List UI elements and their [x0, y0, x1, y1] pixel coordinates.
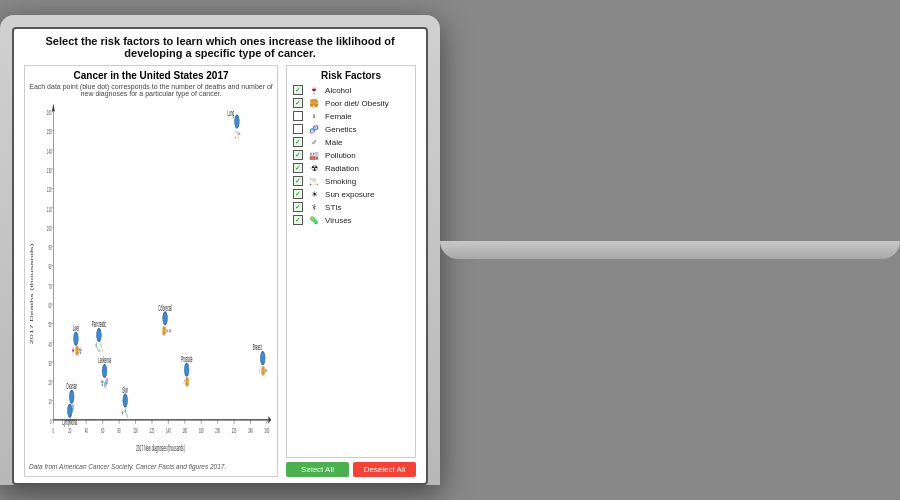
factor-checkbox-8[interactable]: ✓	[293, 189, 303, 199]
svg-text:🍔✂✏: 🍔✂✏	[162, 324, 172, 336]
factor-checkbox-5[interactable]: ✓	[293, 150, 303, 160]
data-point-prostate[interactable]	[184, 363, 189, 376]
svg-text:140: 140	[166, 426, 171, 434]
svg-text:0: 0	[50, 417, 52, 425]
svg-text:20: 20	[68, 426, 71, 434]
svg-text:160: 160	[47, 109, 52, 117]
svg-text:40: 40	[85, 426, 88, 434]
factor-icon-2: ♀	[307, 112, 321, 121]
factor-checkbox-10[interactable]: ✓	[293, 215, 303, 225]
factor-icon-0: 🍷	[307, 86, 321, 95]
svg-text:Prostate: Prostate	[181, 354, 193, 363]
data-point-pancreatic[interactable]	[97, 329, 102, 342]
svg-text:2017 Deaths (thousands): 2017 Deaths (thousands)	[30, 243, 34, 344]
factor-icon-4: ♂	[307, 138, 321, 147]
data-point-leukemia[interactable]	[102, 365, 107, 378]
screen-content: Select the risk factors to learn which o…	[14, 29, 426, 483]
svg-text:Lymphoma: Lymphoma	[62, 417, 77, 428]
svg-text:100: 100	[133, 426, 138, 434]
svg-text:40: 40	[48, 340, 51, 348]
svg-text:240: 240	[248, 426, 253, 434]
svg-text:0: 0	[53, 426, 55, 434]
svg-text:🔧🚬: 🔧🚬	[95, 341, 103, 353]
factor-item-smoking[interactable]: ✓🚬Smoking	[293, 176, 409, 186]
risk-factors-box: Risk Factors ✓🍷Alcohol✓🍔Poor diet/ Obesi…	[286, 65, 416, 458]
factor-checkbox-7[interactable]: ✓	[293, 176, 303, 186]
factor-checkbox-0[interactable]: ✓	[293, 85, 303, 95]
factor-label-10: Viruses	[325, 216, 352, 225]
svg-text:Pancreatic: Pancreatic	[92, 319, 106, 328]
factor-icon-8: ☀	[307, 190, 321, 199]
factor-checkbox-1[interactable]: ✓	[293, 98, 303, 108]
factor-checkbox-9[interactable]: ✓	[293, 202, 303, 212]
factor-icon-7: 🚬	[307, 177, 321, 186]
main-area: Cancer in the United States 2017 Each da…	[24, 65, 416, 477]
factor-item-male[interactable]: ✓♂Male	[293, 137, 409, 147]
factor-item-genetics[interactable]: 🧬Genetics	[293, 124, 409, 134]
select-all-button[interactable]: Select All	[286, 462, 349, 477]
svg-text:100: 100	[47, 224, 52, 232]
svg-text:120: 120	[150, 426, 155, 434]
factor-checkbox-4[interactable]: ✓	[293, 137, 303, 147]
factor-label-7: Smoking	[325, 177, 356, 186]
svg-text:200: 200	[215, 426, 220, 434]
svg-text:🍷🍔☢: 🍷🍔☢	[71, 345, 82, 357]
factor-icon-6: ☢	[307, 164, 321, 173]
factor-item-radiation[interactable]: ✓☢Radiation	[293, 163, 409, 173]
factor-icon-9: ⚕	[307, 203, 321, 212]
factor-item-poor-diet/-obesity[interactable]: ✓🍔Poor diet/ Obesity	[293, 98, 409, 108]
factor-item-sun-exposure[interactable]: ✓☀Sun exposure	[293, 189, 409, 199]
headline: Select the risk factors to learn which o…	[24, 35, 416, 59]
chart-inner: 0 10 20 30 40 50 60 70 80 90 100 110	[29, 101, 273, 461]
svg-text:220: 220	[232, 426, 237, 434]
svg-text:Lung: Lung	[227, 108, 234, 119]
svg-text:☀🔧: ☀🔧	[121, 407, 128, 419]
factor-checkbox-3[interactable]	[293, 124, 303, 134]
svg-text:♂🍔: ♂🍔	[183, 376, 190, 388]
svg-text:30: 30	[48, 359, 51, 367]
svg-text:Ovarian: Ovarian	[66, 381, 77, 390]
sidebar: Risk Factors ✓🍷Alcohol✓🍔Poor diet/ Obesi…	[286, 65, 416, 477]
svg-text:110: 110	[47, 205, 52, 213]
laptop-base	[440, 241, 900, 259]
data-point-colorectal[interactable]	[163, 312, 168, 325]
svg-text:120: 120	[47, 186, 52, 194]
sidebar-buttons: Select All Deselect All	[286, 462, 416, 477]
factor-item-stis[interactable]: ✓⚕STIs	[293, 202, 409, 212]
factor-item-pollution[interactable]: ✓🏭Pollution	[293, 150, 409, 160]
laptop-screen: Select the risk factors to learn which o…	[12, 27, 428, 485]
factor-checkbox-6[interactable]: ✓	[293, 163, 303, 173]
data-point-ovarian[interactable]	[69, 390, 74, 403]
factor-icon-3: 🧬	[307, 125, 321, 134]
factor-checkbox-2[interactable]	[293, 111, 303, 121]
svg-marker-3	[52, 104, 55, 112]
svg-text:180: 180	[199, 426, 204, 434]
factor-icon-5: 🏭	[307, 151, 321, 160]
factor-item-alcohol[interactable]: ✓🍷Alcohol	[293, 85, 409, 95]
scatter-plot: 0 10 20 30 40 50 60 70 80 90 100 110	[29, 101, 273, 461]
factor-label-8: Sun exposure	[325, 190, 374, 199]
factor-label-4: Male	[325, 138, 342, 147]
factor-label-1: Poor diet/ Obesity	[325, 99, 389, 108]
data-point-lung[interactable]	[235, 115, 240, 128]
chart-area: Cancer in the United States 2017 Each da…	[24, 65, 278, 477]
factor-label-0: Alcohol	[325, 86, 351, 95]
data-point-liver[interactable]	[74, 332, 79, 345]
chart-footnote: Data from American Cancer Society. Cance…	[29, 463, 273, 470]
data-point-lymphoma[interactable]	[67, 404, 72, 417]
svg-text:90: 90	[48, 244, 51, 252]
factor-item-female[interactable]: ♀Female	[293, 111, 409, 121]
data-point-breast[interactable]	[260, 352, 265, 365]
factor-label-3: Genetics	[325, 125, 357, 134]
svg-text:Colorectal: Colorectal	[158, 303, 172, 312]
svg-text:130: 130	[47, 166, 52, 174]
factor-item-viruses[interactable]: ✓🦠Viruses	[293, 215, 409, 225]
chart-subtitle: Each data point (blue dot) corresponds t…	[29, 83, 273, 97]
svg-text:160: 160	[182, 426, 187, 434]
svg-marker-2	[268, 416, 271, 424]
deselect-all-button[interactable]: Deselect All	[353, 462, 416, 477]
svg-text:20: 20	[48, 379, 51, 387]
laptop-outer: Select the risk factors to learn which o…	[0, 15, 440, 485]
data-point-skin[interactable]	[123, 394, 128, 407]
factor-icon-10: 🦠	[307, 216, 321, 225]
